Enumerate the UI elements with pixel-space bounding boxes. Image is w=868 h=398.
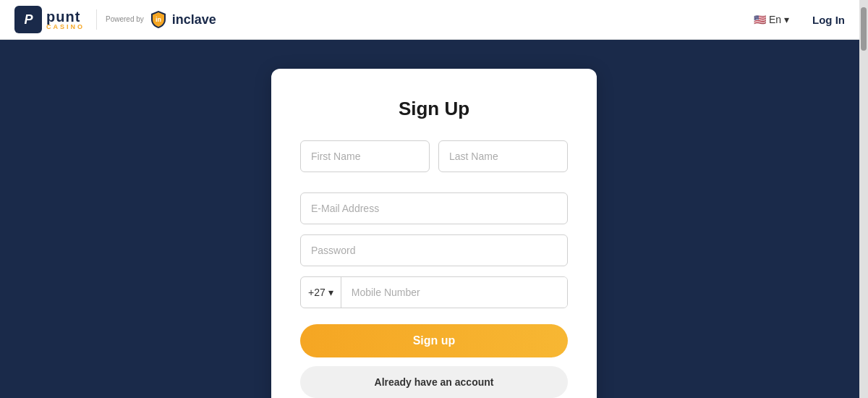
last-name-group — [438, 140, 568, 172]
password-input[interactable] — [300, 234, 568, 266]
login-button[interactable]: Log In — [804, 9, 854, 30]
phone-prefix-value: +27 — [308, 287, 326, 298]
header-right: 🇺🇸 En ▾ Log In — [754, 9, 854, 30]
scrollbar[interactable] — [859, 0, 868, 398]
inclave-brand-name: inclave — [172, 12, 216, 27]
inclave-shield-icon: in — [148, 9, 169, 30]
phone-row: +27 ▾ — [300, 276, 568, 308]
phone-prefix-selector[interactable]: +27 ▾ — [301, 277, 341, 308]
name-row — [300, 140, 568, 182]
powered-by-text: Powered by — [106, 15, 144, 24]
svg-text:in: in — [156, 16, 161, 23]
signup-card: Sign Up +27 ▾ Sign up — [271, 69, 597, 398]
email-input[interactable] — [300, 192, 568, 224]
punt-logo-icon: P — [14, 6, 42, 33]
main-content: Sign Up +27 ▾ Sign up — [0, 40, 868, 398]
already-account-button[interactable]: Already have an account — [300, 366, 568, 398]
inclave-logo: in inclave — [148, 9, 216, 30]
signup-button[interactable]: Sign up — [300, 324, 568, 357]
scrollbar-thumb[interactable] — [861, 7, 867, 51]
header-left: P punt CASINO Powered by in inclave — [14, 6, 216, 33]
first-name-group — [300, 140, 430, 172]
last-name-input[interactable] — [438, 140, 568, 172]
flag-icon: 🇺🇸 — [754, 14, 766, 25]
header: P punt CASINO Powered by in inclave 🇺🇸 E… — [0, 0, 868, 40]
lang-code: En — [769, 14, 781, 25]
phone-chevron-icon: ▾ — [328, 287, 333, 298]
punt-casino-logo: P punt CASINO — [14, 6, 85, 33]
powered-by-section: Powered by in inclave — [96, 9, 216, 30]
first-name-input[interactable] — [300, 140, 430, 172]
signup-title: Sign Up — [300, 98, 568, 120]
language-selector[interactable]: 🇺🇸 En ▾ — [754, 14, 789, 25]
punt-casino-text: punt CASINO — [46, 9, 85, 30]
password-group — [300, 234, 568, 266]
email-group — [300, 192, 568, 224]
casino-label: CASINO — [46, 24, 85, 30]
punt-brand-name: punt — [46, 9, 85, 24]
lang-chevron-icon: ▾ — [784, 14, 789, 25]
mobile-number-input[interactable] — [341, 277, 567, 308]
